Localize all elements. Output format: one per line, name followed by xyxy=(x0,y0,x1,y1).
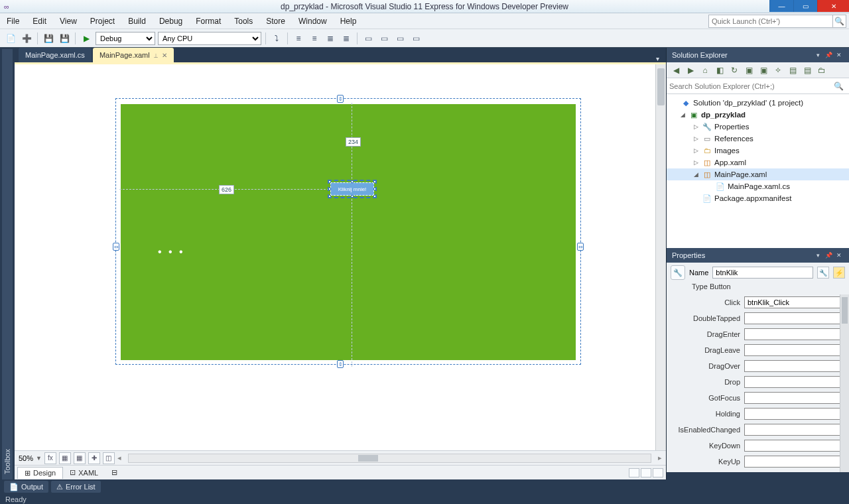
tree-properties[interactable]: ▷🔧Properties xyxy=(667,121,849,133)
event-input[interactable] xyxy=(744,344,842,356)
search-icon[interactable]: 🔍 xyxy=(831,82,846,91)
solution-search-input[interactable] xyxy=(669,82,831,90)
layout-icon-4[interactable]: ▭ xyxy=(409,32,423,45)
event-input[interactable] xyxy=(744,392,842,404)
event-input[interactable] xyxy=(744,456,842,468)
tree-references[interactable]: ▷▭References xyxy=(667,133,849,145)
tab-expand-icon[interactable]: ⊟ xyxy=(105,467,124,478)
grid-icon[interactable]: ▦ xyxy=(59,452,71,464)
designer-vscroll[interactable] xyxy=(655,64,666,450)
back-icon[interactable]: ◀ xyxy=(669,64,683,76)
tree-mainpage-cs[interactable]: 📄MainPage.xaml.cs xyxy=(667,180,849,192)
tree-solution[interactable]: ◆Solution 'dp_przyklad' (1 project) xyxy=(667,97,849,109)
events-view-icon[interactable]: ⚡ xyxy=(833,267,845,279)
close-tab-icon[interactable]: ✕ xyxy=(162,52,167,59)
properties-icon[interactable]: ✧ xyxy=(771,64,785,76)
sync-icon[interactable]: ◧ xyxy=(713,64,726,76)
resize-handle-right[interactable]: ⇔ xyxy=(577,243,584,251)
menu-window[interactable]: Window xyxy=(292,13,334,29)
quick-launch-input[interactable] xyxy=(708,15,833,28)
new-project-icon[interactable]: 📄 xyxy=(4,32,17,45)
snap2-icon[interactable]: ◫ xyxy=(103,452,115,464)
panel-pin-icon[interactable]: 📌 xyxy=(824,251,833,260)
showall-icon[interactable]: ▣ xyxy=(757,64,770,76)
config-select[interactable]: Debug xyxy=(96,32,155,45)
close-button[interactable]: ✕ xyxy=(817,0,849,12)
tab-mainpage-xaml[interactable]: MainPage.xaml⟂✕ xyxy=(93,48,174,62)
menu-project[interactable]: Project xyxy=(84,13,121,29)
menu-store[interactable]: Store xyxy=(259,13,292,29)
split-v-icon[interactable] xyxy=(641,468,651,477)
preview2-icon[interactable]: ▤ xyxy=(801,64,814,76)
element-icon[interactable]: 🔧 xyxy=(671,265,685,280)
indent-right-icon[interactable]: ≡ xyxy=(308,32,321,45)
event-input[interactable] xyxy=(744,408,842,420)
tree-app-xaml[interactable]: ▷◫App.xaml xyxy=(667,157,849,168)
tabs-dropdown-icon[interactable]: ▾ xyxy=(653,55,662,62)
layout-icon-3[interactable]: ▭ xyxy=(393,32,407,45)
name-input[interactable] xyxy=(712,267,813,279)
properties-view-icon[interactable]: 🔧 xyxy=(817,267,829,279)
event-input[interactable] xyxy=(744,296,842,308)
menu-edit[interactable]: Edit xyxy=(26,13,53,29)
event-input[interactable] xyxy=(744,424,842,436)
resize-handle-bottom[interactable]: ⇕ xyxy=(337,360,344,368)
designer-hscroll[interactable] xyxy=(128,454,651,463)
resize-handle-top[interactable]: ⇕ xyxy=(337,95,344,103)
step-icon[interactable]: ⤵ xyxy=(270,32,283,45)
menu-file[interactable]: File xyxy=(0,13,26,29)
folder-icon[interactable]: 🗀 xyxy=(815,64,828,76)
tab-mainpage-cs[interactable]: MainPage.xaml.cs xyxy=(19,48,92,62)
save-icon[interactable]: 💾 xyxy=(42,32,55,45)
event-input[interactable] xyxy=(744,440,842,452)
event-input[interactable] xyxy=(744,328,842,340)
menu-tools[interactable]: Tools xyxy=(228,13,259,29)
collapse-icon[interactable]: ▣ xyxy=(742,64,755,76)
menu-help[interactable]: Help xyxy=(334,13,363,29)
refresh-icon[interactable]: ↻ xyxy=(728,64,741,76)
split-h-icon[interactable] xyxy=(629,468,639,477)
minimize-button[interactable]: — xyxy=(769,0,793,12)
tab-xaml[interactable]: ⊡ XAML xyxy=(63,467,105,478)
tree-package-manifest[interactable]: 📄Package.appxmanifest xyxy=(667,192,849,204)
menu-view[interactable]: View xyxy=(53,13,84,29)
effects-toggle-icon[interactable]: fx xyxy=(44,452,56,464)
menu-format[interactable]: Format xyxy=(189,13,228,29)
resize-handle-left[interactable]: ⇔ xyxy=(113,243,119,251)
toolbox-tab[interactable]: Toolbox xyxy=(2,49,13,479)
panel-close-icon[interactable]: ✕ xyxy=(834,50,844,60)
event-input[interactable] xyxy=(744,360,842,372)
tree-project[interactable]: ◢▣dp_przyklad xyxy=(667,109,849,121)
snap-icon[interactable]: ✚ xyxy=(88,452,100,464)
collapse-pane-icon[interactable] xyxy=(653,468,663,477)
pin-icon[interactable]: ⟂ xyxy=(154,52,158,59)
platform-select[interactable]: Any CPU xyxy=(158,32,261,45)
tree-images[interactable]: ▷🗀Images xyxy=(667,145,849,157)
event-input[interactable] xyxy=(744,376,842,388)
tab-design[interactable]: ⊞ Design xyxy=(17,467,63,479)
maximize-button[interactable]: ▭ xyxy=(793,0,817,12)
output-tab[interactable]: 📄 Output xyxy=(4,481,48,493)
error-list-tab[interactable]: ⚠ Error List xyxy=(51,481,101,493)
designer-canvas[interactable]: ⇕ ⇕ ⇔ ⇔ 234 626 Kliknij mnie! • • • xyxy=(15,64,666,450)
save-all-icon[interactable]: 💾 xyxy=(58,32,71,45)
layout-icon-2[interactable]: ▭ xyxy=(377,32,391,45)
start-debug-icon[interactable]: ▶ xyxy=(80,32,93,45)
forward-icon[interactable]: ▶ xyxy=(684,64,697,76)
add-item-icon[interactable]: ➕ xyxy=(20,32,33,45)
menu-build[interactable]: Build xyxy=(121,13,153,29)
solution-tree[interactable]: ◆Solution 'dp_przyklad' (1 project) ◢▣dp… xyxy=(667,94,849,248)
uncomment-icon[interactable]: ≣ xyxy=(340,32,353,45)
comment-icon[interactable]: ≣ xyxy=(324,32,337,45)
panel-pin-icon[interactable]: 📌 xyxy=(824,50,833,60)
events-vscroll[interactable] xyxy=(840,294,849,472)
selected-button[interactable]: Kliknij mnie! xyxy=(330,182,374,196)
panel-menu-icon[interactable]: ▾ xyxy=(813,50,822,60)
panel-menu-icon[interactable]: ▾ xyxy=(813,251,822,260)
indent-left-icon[interactable]: ≡ xyxy=(292,32,305,45)
layout-icon-1[interactable]: ▭ xyxy=(361,32,375,45)
grid2-icon[interactable]: ▦ xyxy=(74,452,86,464)
home-icon[interactable]: ⌂ xyxy=(698,64,712,76)
preview-icon[interactable]: ▤ xyxy=(786,64,799,76)
search-icon[interactable]: 🔍 xyxy=(833,15,846,28)
